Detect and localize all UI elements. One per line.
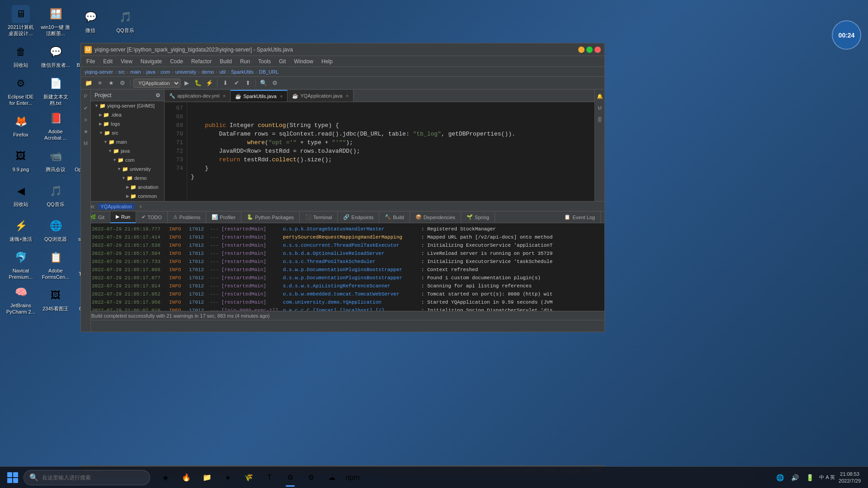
taskbar-app-edge-browser[interactable]: ◈: [156, 468, 175, 488]
taskbar-app-npm[interactable]: npm: [343, 468, 363, 488]
network-tray-icon[interactable]: 🌐: [774, 472, 786, 483]
breadcrumb-part-4[interactable]: com: [160, 69, 170, 75]
menu-item-code[interactable]: Code: [166, 57, 187, 66]
git-update-btn[interactable]: ⬇: [220, 78, 230, 88]
tab-close-btn[interactable]: ×: [223, 94, 226, 99]
menu-item-view[interactable]: View: [117, 57, 136, 66]
desktop-icon-navicat[interactable]: 🐬 Navicat Premium...: [5, 248, 37, 281]
bottom-tab-dependencies[interactable]: 📦 Dependencies: [410, 211, 461, 223]
desktop-icon-pdf[interactable]: 📄 新建文本文 档.txt: [39, 74, 72, 107]
editor-tab-YQApplication-java[interactable]: ☕ YQApplication.java ×: [288, 90, 354, 102]
desktop-icon-eclipse[interactable]: ⚙ Eclipse IDE for Enter...: [5, 74, 37, 107]
breadcrumb-part-0[interactable]: yiqing-server: [85, 69, 113, 75]
run-btn[interactable]: ▶: [182, 78, 192, 88]
minimize-button[interactable]: [578, 47, 585, 53]
system-clock[interactable]: 21:08:53 2022/7/29: [839, 471, 861, 484]
debug-btn[interactable]: 🐛: [193, 78, 203, 88]
project-root-item[interactable]: ▼📁yiqing-server [GHMS]: [91, 101, 164, 110]
bottom-tab-todo[interactable]: ✔ TODO: [136, 211, 168, 223]
desktop-icon-adobe_forms[interactable]: 📋 Adobe FormsCen...: [39, 248, 72, 281]
tree-item-com[interactable]: ▼ 📁 com: [91, 155, 164, 164]
menu-item-navigate[interactable]: Navigate: [137, 57, 165, 66]
bottom-tab-problems[interactable]: ⚠ Problems: [168, 211, 206, 223]
vcs-dropdown[interactable]: YQApplication: [133, 79, 180, 88]
bottom-tab-python-packages[interactable]: 🐍 Python Packages: [241, 211, 300, 223]
breadcrumb-part-2[interactable]: main: [130, 69, 141, 75]
project-settings-icon[interactable]: ⚙: [156, 92, 160, 99]
taskbar-app-chrome[interactable]: ●: [218, 468, 238, 488]
tab-close-btn[interactable]: ×: [280, 94, 283, 99]
tree-item-src[interactable]: ▼ 📁 src: [91, 128, 164, 137]
desktop-icon-tencentm[interactable]: 📹 腾讯会议: [39, 144, 72, 176]
tab-close-btn[interactable]: ×: [346, 94, 349, 99]
desktop-icon-qq_browser[interactable]: 🌐 QQ浏览器: [39, 213, 72, 246]
notifications-btn[interactable]: 🔔: [596, 92, 604, 100]
close-button[interactable]: [594, 47, 601, 53]
taskbar-app-tencent-cloud[interactable]: ☁: [322, 468, 342, 488]
breadcrumb-part-7[interactable]: util: [219, 69, 226, 75]
settings2-btn[interactable]: ⚙: [270, 78, 280, 88]
menu-item-tools[interactable]: Tools: [255, 57, 274, 66]
desktop-icon-idea[interactable]: 🧠 JetBrains PyCharm 2...: [5, 283, 37, 315]
git-commit-btn[interactable]: ✔: [231, 78, 241, 88]
bookmark-btn[interactable]: ★: [106, 78, 116, 88]
menu-item-refactor[interactable]: Refactor: [188, 57, 215, 66]
breadcrumb-part-5[interactable]: university: [175, 69, 196, 75]
battery-tray-icon[interactable]: 🔋: [804, 472, 816, 483]
bottom-tab-build[interactable]: 🔨 Build: [379, 211, 410, 223]
bottom-tab-profiler[interactable]: 📊 Profiler: [206, 211, 241, 223]
desktop-icon-back[interactable]: ◀ 回收站: [5, 178, 37, 211]
tree-item-.idea[interactable]: ▶ 📁 .idea: [91, 110, 164, 119]
editor-tab-application-dev-yml[interactable]: 🔧 application-dev.yml ×: [165, 90, 231, 102]
taskbar-app-file-explorer[interactable]: 📁: [197, 468, 217, 488]
breadcrumb-part-8[interactable]: SparkUtils: [231, 69, 254, 75]
menu-item-run[interactable]: Run: [236, 57, 254, 66]
tree-item-logs[interactable]: ▶ 📁 logs: [91, 119, 164, 128]
run-app-tag[interactable]: YQApplication: [98, 203, 135, 210]
taskbar-app-wind-rice[interactable]: 🌾: [239, 468, 259, 488]
tree-item-anotation[interactable]: ▶ 📁 anotation: [91, 183, 164, 192]
breadcrumb-part-6[interactable]: demo: [202, 69, 214, 75]
taskbar-app-yiqing-server[interactable]: ⚙: [280, 468, 300, 488]
tree-item-university[interactable]: ▼ 📁 university: [91, 164, 164, 174]
menu-item-help[interactable]: Help: [318, 57, 336, 66]
tree-item-java[interactable]: ▼ 📁 java: [91, 146, 164, 155]
bottom-tab-spring[interactable]: 🌱 Spring: [461, 211, 495, 223]
menu-item-window[interactable]: Window: [290, 57, 317, 66]
maven-right-btn[interactable]: M: [596, 104, 604, 112]
desktop-icon-win10[interactable]: 🪟 win10一键 激活断墨...: [39, 5, 72, 37]
breadcrumb-part-9[interactable]: DB_URL: [259, 69, 278, 75]
taskbar-app-yiqing-spider[interactable]: ⚙: [301, 468, 321, 488]
desktop-icon-2345[interactable]: 🖼 2345看图王: [39, 283, 72, 315]
breadcrumb-part-1[interactable]: src: [118, 69, 125, 75]
desktop-icon-recycle[interactable]: 🗑 回收站: [5, 39, 37, 72]
maven-btn[interactable]: M: [82, 139, 90, 147]
structure-side-btn[interactable]: ≡: [82, 116, 90, 124]
project-view-btn[interactable]: 📁: [84, 78, 94, 88]
desktop-icon-computer[interactable]: 🖥 2021计算机 桌面设计...: [5, 5, 37, 37]
desktop-icon-qqmusic3[interactable]: 🎵 QQ音乐: [109, 5, 142, 37]
desktop-icon-qq_music[interactable]: 🎵 QQ音乐: [39, 178, 72, 211]
bottom-tab-terminal[interactable]: ⬛ Terminal: [300, 211, 338, 223]
bookmarks-btn[interactable]: ★: [82, 127, 90, 136]
bottom-tab-endpoints[interactable]: 🔗 Endpoints: [338, 211, 379, 223]
menu-item-file[interactable]: File: [83, 57, 99, 66]
profile-btn[interactable]: ⚡: [204, 78, 214, 88]
breadcrumb-part-3[interactable]: java: [146, 69, 156, 75]
lang-indicator[interactable]: 中 A 英: [819, 474, 835, 481]
bottom-tab-event-log[interactable]: 📋 Event Log: [559, 211, 601, 223]
taskbar-app-translator[interactable]: T: [259, 468, 279, 488]
bottom-tab-run[interactable]: ▶ Run: [110, 211, 136, 223]
settings-btn[interactable]: ⚙: [118, 78, 127, 88]
menu-item-edit[interactable]: Edit: [99, 57, 116, 66]
maximize-button[interactable]: [586, 47, 593, 53]
git-push-btn[interactable]: ⬆: [243, 78, 253, 88]
desktop-icon-png99[interactable]: 🖼 9.9.png: [5, 144, 37, 176]
desktop-icon-firefox[interactable]: 🦊 Firefox: [5, 109, 37, 141]
tree-item-common[interactable]: ▶ 📁 common: [91, 192, 164, 201]
desktop-icon-adobe[interactable]: 📕 Adobe Acrobat ...: [39, 109, 72, 141]
volume-tray-icon[interactable]: 🔊: [789, 472, 801, 483]
desktop-icon-swjlh[interactable]: ⚡ 速魄+激活: [5, 213, 37, 246]
menu-item-build[interactable]: Build: [216, 57, 236, 66]
database-btn[interactable]: 🗄: [596, 116, 604, 124]
